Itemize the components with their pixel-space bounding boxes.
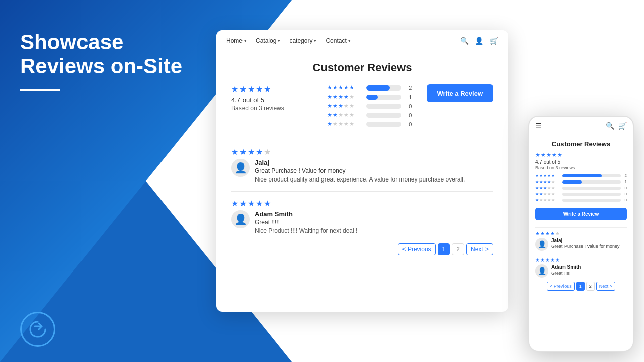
rating-row-4: ★★★★★ 1 xyxy=(327,94,412,100)
mobile-avg-stars: ★★★★★ xyxy=(535,152,627,158)
avg-score: ★ ★ ★ ★ ★ 4.7 out of 5 Based on 3 review… xyxy=(231,84,312,112)
mobile-page-2-button[interactable]: 2 xyxy=(586,282,595,291)
mobile-page-1-button[interactable]: 1 xyxy=(576,282,585,291)
mobile-mockup: ☰ 🔍 🛒 Customer Reviews ★★★★★ 4.7 out of … xyxy=(528,116,634,352)
rating-row-5: ★★★★★ 2 xyxy=(327,84,412,91)
mobile-bar-count-4: 1 xyxy=(623,179,627,184)
star-3: ★ xyxy=(248,84,255,94)
mobile-rating-row-5: ★★★★★ 2 xyxy=(535,173,627,178)
logo-icon xyxy=(28,319,48,339)
reviewer-name-1: Jalaj xyxy=(255,159,493,166)
mobile-content: Customer Reviews ★★★★★ 4.7 out of 5 Base… xyxy=(529,135,633,348)
mobile-rating-row-2: ★★★★★ 0 xyxy=(535,192,627,196)
nav-contact[interactable]: Contact ▾ xyxy=(326,37,350,44)
review-2-stars: ★★★★★ xyxy=(231,199,493,208)
avatar-icon-1: 👤 xyxy=(234,162,247,174)
mobile-reviewer-row-2: 👤 Adam Smith Great !!!!! xyxy=(535,264,627,278)
mobile-bar-count-3: 0 xyxy=(623,186,627,190)
mobile-avatar-icon-2: 👤 xyxy=(538,267,546,275)
star-1: ★ xyxy=(231,84,238,94)
mobile-reviewer-name-1: Jalaj xyxy=(551,238,619,243)
avg-rating-text: 4.7 out of 5 xyxy=(231,96,264,104)
mobile-bar-count-5: 2 xyxy=(623,173,627,178)
review-headline-1: Great Purchase ! Value for money xyxy=(255,167,493,174)
review-text-2: Nice Product !!!! Waiting for next deal … xyxy=(255,227,493,235)
reviews-summary: ★ ★ ★ ★ ★ 4.7 out of 5 Based on 3 review… xyxy=(231,84,493,130)
nav-catalog[interactable]: Catalog ▾ xyxy=(256,37,280,44)
write-review-button[interactable]: Write a Review xyxy=(427,84,493,102)
mobile-navbar: ☰ 🔍 🛒 xyxy=(529,117,633,135)
mobile-divider-1 xyxy=(535,227,627,228)
page-title: Showcase Reviews on-Site xyxy=(20,30,196,79)
review-body-2: Adam Smith Great !!!!! Nice Product !!!!… xyxy=(255,210,493,235)
bar-count-5: 2 xyxy=(406,85,412,91)
review-item-1: ★★★★★ 👤 Jalaj Great Purchase ! Value for… xyxy=(231,147,493,184)
review-text-1: Nice product quality and great experienc… xyxy=(255,175,493,184)
page-1-button[interactable]: 1 xyxy=(438,243,450,255)
mobile-bar-count-1: 0 xyxy=(623,198,627,202)
mobile-review-1-stars: ★★★★★ xyxy=(535,231,627,236)
mobile-avatar-2: 👤 xyxy=(535,264,548,278)
mobile-pagination: < Previous 1 2 Next > xyxy=(535,282,627,291)
section-title: Customer Reviews xyxy=(231,61,493,74)
mobile-section-title: Customer Reviews xyxy=(535,140,627,148)
mobile-review-1: ★★★★★ 👤 Jalaj Great Purchase ! Value for… xyxy=(535,231,627,251)
rating-row-1: ★★★★★ 0 xyxy=(327,121,412,127)
mobile-bar-count-2: 0 xyxy=(623,192,627,196)
star-5: ★ xyxy=(264,84,271,94)
mobile-review-body-2: Adam Smith Great !!!!! xyxy=(551,264,581,276)
nav-home[interactable]: Home ▾ xyxy=(226,37,247,44)
avatar-icon-2: 👤 xyxy=(234,213,247,225)
based-on-text: Based on 3 reviews xyxy=(231,105,284,112)
next-page-button[interactable]: Next > xyxy=(466,243,493,255)
page-2-button[interactable]: 2 xyxy=(452,243,464,255)
mobile-nav-icons: 🔍 🛒 xyxy=(606,122,627,130)
logo-circle xyxy=(20,312,55,347)
mobile-rating-bars: ★★★★★ 2 ★★★★★ 1 ★★★★★ 0 xyxy=(535,173,627,202)
mobile-write-review-button[interactable]: Write a Review xyxy=(535,208,627,220)
review-body-1: Jalaj Great Purchase ! Value for money N… xyxy=(255,159,493,184)
mobile-rating-row-1: ★★★★★ 0 xyxy=(535,198,627,202)
nav-icons: 🔍 👤 🛒 xyxy=(460,37,498,45)
reviewer-row-2: 👤 Adam Smith Great !!!!! Nice Product !!… xyxy=(231,210,493,235)
rating-row-2: ★★★★★ 0 xyxy=(327,112,412,118)
rating-bars: ★★★★★ 2 ★★★★★ 1 ★★★★★ xyxy=(327,84,412,130)
star-2: ★ xyxy=(239,84,247,94)
review-1-stars: ★★★★★ xyxy=(231,147,493,157)
mobile-cart-icon[interactable]: 🛒 xyxy=(618,122,627,130)
search-icon[interactable]: 🔍 xyxy=(460,37,469,45)
user-icon[interactable]: 👤 xyxy=(475,37,484,45)
review-item-2: ★★★★★ 👤 Adam Smith Great !!!!! Nice Prod… xyxy=(231,199,493,235)
mobile-review-headline-2: Great !!!!! xyxy=(551,270,581,276)
mobile-rating-row-3: ★★★★★ 0 xyxy=(535,186,627,190)
desktop-mockup: Home ▾ Catalog ▾ category ▾ Contact ▾ 🔍 … xyxy=(216,30,508,312)
bar-count-2: 0 xyxy=(406,112,412,118)
prev-page-button[interactable]: < Previous xyxy=(398,243,436,255)
mobile-prev-page-button[interactable]: < Previous xyxy=(547,282,575,291)
mobile-avatar-icon-1: 👤 xyxy=(538,240,546,248)
cart-icon[interactable]: 🛒 xyxy=(490,37,498,45)
rating-row-3: ★★★★★ 0 xyxy=(327,103,412,109)
mobile-reviewer-row-1: 👤 Jalaj Great Purchase ! Value for money xyxy=(535,238,627,251)
divider-1 xyxy=(231,140,493,140)
mobile-search-icon[interactable]: 🔍 xyxy=(606,122,614,130)
review-headline-2: Great !!!!! xyxy=(255,219,493,226)
mobile-next-page-button[interactable]: Next > xyxy=(596,282,615,291)
avatar-1: 👤 xyxy=(231,159,250,177)
avg-stars: ★ ★ ★ ★ ★ xyxy=(231,84,271,94)
mobile-reviewer-name-2: Adam Smith xyxy=(551,264,581,270)
mobile-divider-2 xyxy=(535,254,627,254)
mobile-review-headline-1: Great Purchase ! Value for money xyxy=(551,244,619,249)
mobile-menu-icon[interactable]: ☰ xyxy=(535,122,542,130)
mobile-review-2-stars: ★★★★★ xyxy=(535,257,627,263)
bar-count-4: 1 xyxy=(406,94,412,100)
reviewer-name-2: Adam Smith xyxy=(255,210,493,218)
nav-category[interactable]: category ▾ xyxy=(289,37,316,44)
mobile-avg-text: 4.7 out of 5 xyxy=(535,159,627,165)
mobile-review-2: ★★★★★ 👤 Adam Smith Great !!!!! xyxy=(535,257,627,278)
star-4: ★ xyxy=(256,84,263,94)
mockup-content: Customer Reviews ★ ★ ★ ★ ★ 4.7 out of 5 … xyxy=(216,51,508,312)
left-content: Showcase Reviews on-Site xyxy=(0,0,216,362)
bar-count-3: 0 xyxy=(406,103,412,109)
mobile-avatar-1: 👤 xyxy=(535,238,548,251)
